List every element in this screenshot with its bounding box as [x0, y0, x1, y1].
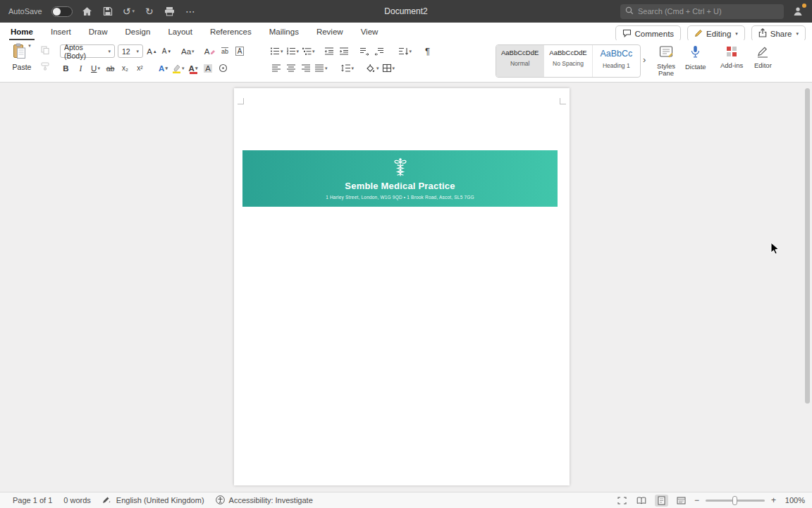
chevron-down-icon[interactable]: ▾ [132, 8, 135, 14]
print-icon[interactable] [164, 5, 176, 18]
highlight-color-button[interactable]: ▾ [172, 61, 185, 75]
right-to-left-text-button[interactable] [374, 44, 386, 58]
document-page[interactable]: Semble Medical Practice 1 Harley Street,… [234, 88, 570, 485]
font-color-button[interactable]: A▾ [187, 61, 199, 75]
grow-font-glyph: A [147, 47, 152, 56]
shading-button[interactable]: ▾ [365, 61, 379, 75]
redo-button[interactable]: ↻ [144, 5, 155, 18]
shrink-font-button[interactable]: A▼ [161, 44, 173, 58]
font-name-select[interactable]: Aptos (Body)▾ [60, 44, 115, 58]
zoom-out-button[interactable]: − [694, 495, 699, 505]
bullets-button[interactable]: ▾ [270, 44, 283, 58]
text-effects-button[interactable]: A▾ [157, 61, 169, 75]
home-icon[interactable] [82, 5, 93, 18]
web-layout-icon[interactable] [675, 495, 688, 507]
zoom-in-button[interactable]: + [771, 495, 776, 505]
align-center-button[interactable] [285, 61, 297, 75]
editing-mode-button[interactable]: Editing ▾ [687, 25, 745, 42]
justify-button[interactable]: ▾ [314, 61, 328, 75]
subscript-button[interactable]: x₂ [119, 61, 131, 75]
autosave-toggle[interactable] [51, 6, 73, 17]
format-painter-icon[interactable] [41, 62, 49, 73]
account-icon[interactable] [791, 4, 805, 18]
zoom-percentage[interactable]: 100% [782, 496, 805, 504]
zoom-slider[interactable] [706, 500, 765, 502]
style-no-spacing[interactable]: AaBbCcDdE No Spacing [544, 45, 592, 77]
borders-button[interactable]: ▾ [382, 61, 395, 75]
copy-icon[interactable] [41, 46, 49, 56]
editor-button[interactable]: Editor [754, 45, 772, 69]
practice-address: 1 Harley Street, London, W1G 9QD • 1 Bro… [326, 195, 474, 200]
status-bar: Page 1 of 1 0 words English (United King… [0, 492, 812, 508]
font-size-select[interactable]: 12▾ [118, 44, 143, 58]
paste-button[interactable]: ▾ Paste [8, 43, 35, 71]
tab-references[interactable]: References [209, 25, 253, 40]
undo-button[interactable]: ↺▾ [123, 5, 135, 18]
print-layout-icon[interactable] [655, 495, 668, 507]
addins-button[interactable]: Add-ins [720, 45, 743, 69]
clipboard-mini-buttons [41, 46, 49, 73]
strikethrough-button[interactable]: ab [104, 61, 116, 75]
vertical-scrollbar[interactable] [805, 88, 810, 404]
chevron-down-icon[interactable]: ▾ [28, 43, 31, 49]
styles-pane-button[interactable]: Styles Pane [651, 45, 681, 78]
change-case-button[interactable]: Aa▾ [181, 44, 195, 58]
change-case-glyph: Aa [181, 47, 191, 56]
document-area[interactable]: Semble Medical Practice 1 Harley Street,… [0, 83, 812, 492]
italic-button[interactable]: I [75, 61, 87, 75]
search-input[interactable] [638, 7, 772, 16]
comments-button[interactable]: Comments [615, 25, 682, 42]
sort-button[interactable]: ▾ [398, 44, 412, 58]
style-heading-1[interactable]: AaBbCc Heading 1 [593, 45, 640, 77]
tab-design[interactable]: Design [124, 25, 152, 40]
line-spacing-button[interactable]: ▾ [340, 61, 355, 75]
tab-view[interactable]: View [359, 25, 380, 40]
bold-button[interactable]: B [60, 61, 72, 75]
tab-review[interactable]: Review [315, 25, 345, 40]
enclose-characters-icon[interactable] [217, 61, 229, 75]
tab-draw[interactable]: Draw [87, 25, 109, 40]
character-shading-button[interactable]: A [202, 61, 214, 75]
tab-insert[interactable]: Insert [49, 25, 73, 40]
phonetic-guide-button[interactable]: ab [219, 44, 231, 58]
share-button[interactable]: Share ▾ [751, 25, 806, 42]
align-left-button[interactable] [270, 61, 282, 75]
zoom-slider-handle[interactable] [732, 496, 737, 505]
read-mode-icon[interactable] [635, 495, 648, 507]
language-status[interactable]: English (United Kingdom) [102, 495, 204, 505]
numbering-button[interactable]: ▾ [286, 44, 300, 58]
tab-mailings[interactable]: Mailings [268, 25, 300, 40]
tab-layout[interactable]: Layout [166, 25, 194, 40]
show-paragraph-marks-button[interactable]: ¶ [422, 44, 433, 58]
practice-banner-image[interactable]: Semble Medical Practice 1 Harley Street,… [242, 150, 558, 207]
clear-formatting-button[interactable]: A [204, 44, 216, 58]
tab-home[interactable]: Home [9, 25, 35, 40]
search-box[interactable] [620, 4, 784, 19]
editor-icon [756, 45, 769, 60]
style-normal[interactable]: AaBbCcDdE Normal [496, 45, 544, 77]
comment-icon [622, 29, 632, 39]
increase-indent-button[interactable] [338, 44, 350, 58]
toggle-knob [53, 8, 61, 16]
underline-button[interactable]: U▾ [90, 61, 102, 75]
accessibility-status[interactable]: Accessibility: Investigate [216, 495, 313, 506]
superscript-button[interactable]: x² [134, 61, 146, 75]
save-icon[interactable] [102, 5, 113, 18]
dictate-button[interactable]: Dictate [685, 45, 706, 71]
left-to-right-text-button[interactable] [359, 44, 371, 58]
character-border-button[interactable]: A [234, 44, 246, 58]
chevron-down-icon: ▾ [312, 49, 315, 54]
multilevel-list-button[interactable]: ▾ [302, 44, 315, 58]
word-count-status[interactable]: 0 words [63, 496, 91, 504]
focus-view-icon[interactable] [615, 495, 629, 507]
more-options-icon[interactable]: ⋯ [185, 5, 196, 18]
tab-actions: Comments Editing ▾ Share ▾ [615, 25, 806, 42]
grow-font-button[interactable]: A▲ [146, 44, 158, 58]
page-number-status[interactable]: Page 1 of 1 [13, 496, 52, 504]
align-right-button[interactable] [300, 61, 312, 75]
practice-name: Semble Medical Practice [345, 181, 455, 191]
styles-gallery-more-icon[interactable]: › [643, 54, 646, 65]
share-label: Share [770, 30, 792, 38]
decrease-indent-button[interactable] [324, 44, 336, 58]
chevron-down-icon: ▾ [735, 31, 738, 37]
